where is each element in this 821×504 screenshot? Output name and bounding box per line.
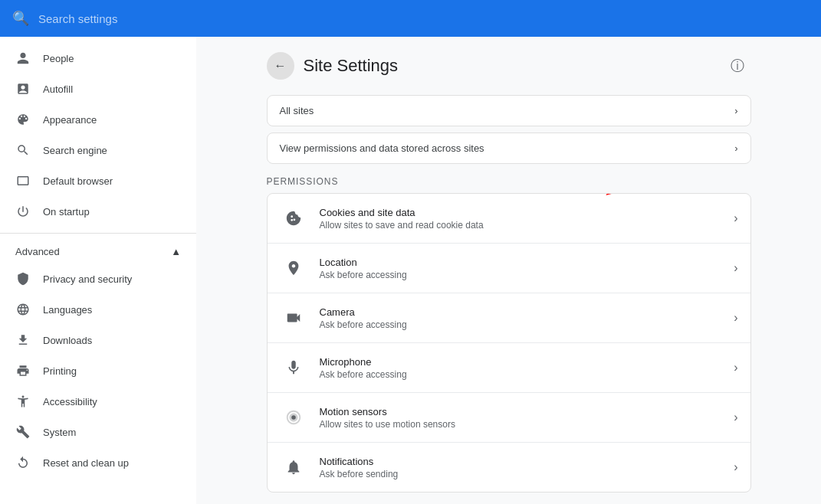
chevron-up-icon: ▲ [171,246,181,257]
notifications-desc: Ask before sending [320,469,734,479]
site-settings-header: ← Site Settings ⓘ [267,52,751,80]
chevron-right-icon: › [734,311,737,325]
search-engine-icon [15,142,31,158]
sidebar-item-search-engine[interactable]: Search engine [0,135,190,165]
sidebar-item-autofill-label: Autofill [43,83,73,95]
microphone-name: Microphone [320,356,734,368]
chevron-right-icon: › [734,411,737,424]
content-area: ← Site Settings ⓘ All sites › View permi… [196,37,821,504]
microphone-icon [280,354,307,381]
help-button[interactable]: ⓘ [724,52,751,80]
chevron-right-icon: › [734,211,737,225]
camera-text: Camera Ask before accessing [320,306,734,330]
sidebar-item-reset-cleanup[interactable]: Reset and clean up [0,447,190,478]
sidebar-item-default-browser[interactable]: Default browser [0,165,190,196]
advanced-section-header[interactable]: Advanced ▲ [0,240,196,263]
permissions-title: Permissions [267,176,751,187]
sidebar-item-downloads-label: Downloads [43,335,92,346]
autofill-icon [15,81,31,97]
content-inner: ← Site Settings ⓘ All sites › View permi… [248,37,770,504]
annotation-arrow: ➡ [594,193,616,202]
chevron-right-icon: › [734,261,737,275]
all-sites-label: All sites [280,105,314,116]
sidebar-item-search-engine-label: Search engine [43,145,107,156]
motion-text: Motion sensors Allow sites to use motion… [320,406,734,430]
page-title: Site Settings [304,56,399,76]
sidebar: People Autofill Appearance Search engine [0,37,196,504]
title-row: ← Site Settings [267,52,399,80]
main-layout: People Autofill Appearance Search engine [0,37,821,504]
cookies-name: Cookies and site data [320,207,734,218]
sidebar-item-reset-label: Reset and clean up [43,457,129,469]
accessibility-icon [15,394,31,409]
reset-icon [15,455,31,470]
camera-icon [280,304,307,332]
print-icon [15,363,31,378]
motion-name: Motion sensors [320,406,734,417]
back-button[interactable]: ← [267,52,294,80]
person-icon [15,51,31,66]
cookies-desc: Allow sites to save and read cookie data [320,220,734,231]
permission-item-motion[interactable]: Motion sensors Allow sites to use motion… [268,393,750,443]
sidebar-item-people[interactable]: People [0,43,190,74]
default-browser-icon [15,173,31,188]
notifications-text: Notifications Ask before sending [320,456,734,479]
permission-item-cookies[interactable]: Cookies and site data Allow sites to sav… [268,194,750,244]
camera-name: Camera [320,306,734,318]
sidebar-divider [0,233,196,234]
permission-item-microphone[interactable]: Microphone Ask before accessing › [268,343,750,393]
location-name: Location [320,257,734,268]
camera-desc: Ask before accessing [320,319,734,330]
sidebar-item-appearance-label: Appearance [43,114,97,126]
chevron-right-icon: › [734,361,737,375]
sidebar-item-on-startup-label: On startup [43,206,90,218]
chevron-right-icon: › [734,142,737,154]
view-permissions-link[interactable]: View permissions and data stored across … [267,133,751,164]
header: 🔍 [0,0,821,37]
chevron-right-icon: › [734,460,737,474]
chevron-right-icon: › [734,105,737,116]
sidebar-item-appearance[interactable]: Appearance [0,104,190,135]
notifications-name: Notifications [320,456,734,467]
location-icon [280,254,307,282]
search-input[interactable] [38,12,809,25]
sidebar-item-accessibility[interactable]: Accessibility [0,386,190,417]
sidebar-item-on-startup[interactable]: On startup [0,196,190,227]
search-icon: 🔍 [12,10,29,27]
sidebar-item-languages-label: Languages [43,304,92,316]
advanced-label: Advanced [15,246,60,257]
sidebar-item-system-label: System [43,427,76,438]
sidebar-item-default-browser-label: Default browser [43,175,113,187]
sidebar-item-privacy-security[interactable]: Privacy and security [0,263,190,294]
cookie-icon [280,205,307,232]
sidebar-item-privacy-label: Privacy and security [43,273,132,285]
all-sites-link[interactable]: All sites › [267,95,751,126]
on-startup-icon [15,204,31,219]
microphone-desc: Ask before accessing [320,369,734,380]
sidebar-item-printing[interactable]: Printing [0,355,190,386]
shield-icon [15,271,31,286]
location-desc: Ask before accessing [320,270,734,280]
sidebar-item-accessibility-label: Accessibility [43,396,97,407]
cookies-text: Cookies and site data Allow sites to sav… [320,207,734,231]
download-icon [15,332,31,348]
permission-item-location[interactable]: Location Ask before accessing › [268,244,750,293]
motion-icon [280,404,307,431]
appearance-icon [15,112,31,127]
sidebar-item-people-label: People [43,53,74,64]
notification-icon [280,453,307,481]
permission-item-notifications[interactable]: Notifications Ask before sending › [268,443,750,492]
motion-desc: Allow sites to use motion sensors [320,419,734,430]
sidebar-item-languages[interactable]: Languages [0,294,190,325]
location-text: Location Ask before accessing [320,257,734,280]
permission-item-camera[interactable]: Camera Ask before accessing › [268,293,750,343]
permissions-list: Cookies and site data Allow sites to sav… [267,193,751,493]
system-icon [15,424,31,440]
microphone-text: Microphone Ask before accessing [320,356,734,380]
sidebar-item-printing-label: Printing [43,365,77,377]
sidebar-item-autofill[interactable]: Autofill [0,74,190,104]
globe-icon [15,302,31,317]
sidebar-item-downloads[interactable]: Downloads [0,325,190,355]
sidebar-item-system[interactable]: System [0,417,190,447]
view-permissions-label: View permissions and data stored across … [280,142,484,154]
